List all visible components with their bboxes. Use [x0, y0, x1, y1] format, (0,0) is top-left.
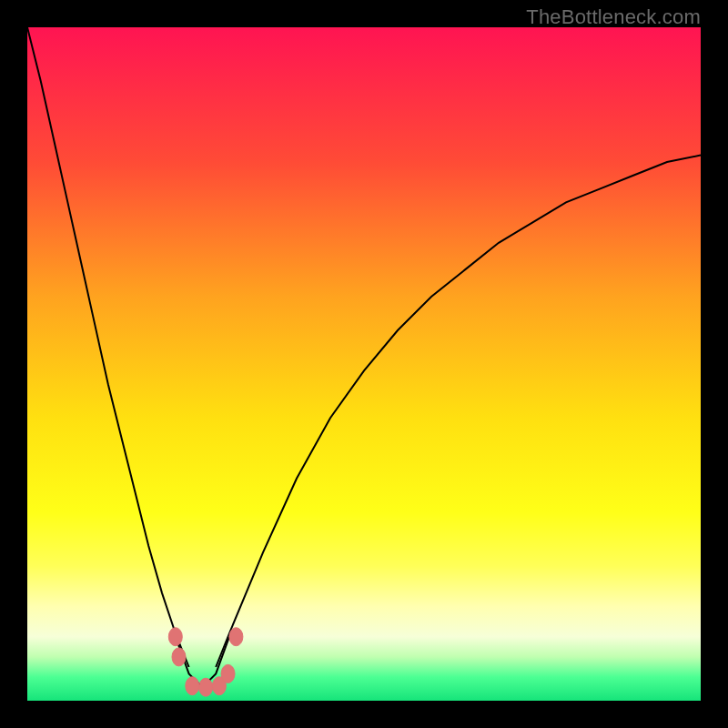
valley-markers	[168, 628, 243, 697]
valley-marker	[229, 628, 243, 646]
plot-area	[27, 27, 701, 701]
chart-container: TheBottleneck.com	[0, 0, 728, 728]
valley-marker	[221, 664, 235, 682]
valley-marker	[172, 648, 186, 666]
curve-left-arm	[27, 27, 189, 667]
valley-marker	[186, 677, 199, 695]
watermark-text: TheBottleneck.com	[526, 5, 701, 29]
valley-marker	[199, 678, 213, 696]
curves-layer	[27, 27, 701, 701]
curve-right-arm	[216, 156, 701, 667]
valley-marker	[168, 628, 182, 646]
